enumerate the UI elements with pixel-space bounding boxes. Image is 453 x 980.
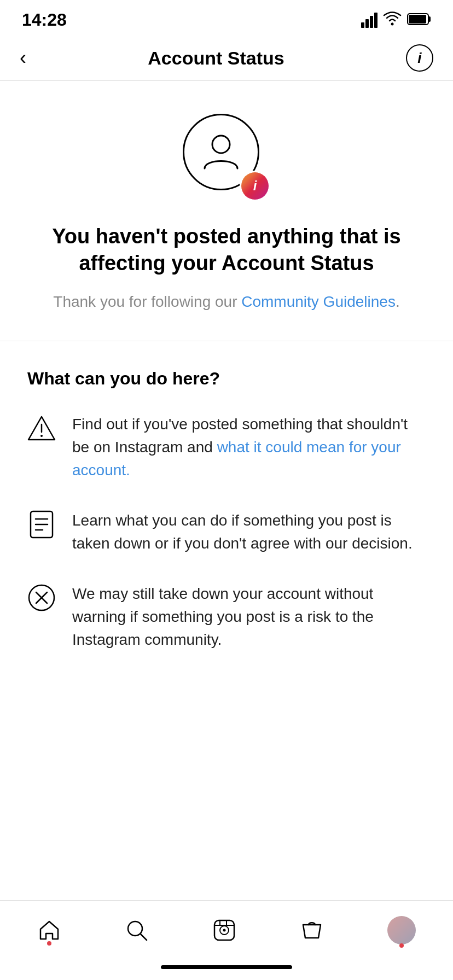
what-title: What can you do here?	[27, 369, 426, 389]
home-indicator	[0, 958, 453, 980]
what-item-document-text: Learn what you can do if something you p…	[72, 509, 426, 555]
nav-item-shop[interactable]	[289, 914, 335, 947]
bottom-nav	[0, 900, 453, 958]
nav-item-profile[interactable]	[376, 912, 427, 949]
document-icon	[27, 510, 56, 539]
status-time: 14:28	[22, 10, 67, 30]
person-icon	[199, 129, 243, 175]
block-icon	[27, 584, 56, 612]
page-title: Account Status	[148, 48, 284, 69]
main-content: i You haven't posted anything that is af…	[0, 81, 453, 900]
info-badge-label: i	[253, 178, 257, 194]
profile-avatar-image	[387, 916, 416, 944]
shop-icon	[300, 918, 324, 942]
info-badge: i	[240, 171, 270, 201]
profile-avatar	[387, 916, 416, 944]
hero-subtitle-suffix: .	[396, 293, 400, 310]
battery-icon	[407, 13, 431, 28]
status-icons	[361, 11, 431, 29]
warning-icon	[27, 414, 56, 442]
hero-title: You haven't posted anything that is affe…	[33, 223, 420, 277]
svg-rect-3	[409, 15, 426, 24]
back-button[interactable]: ‹	[20, 48, 26, 68]
what-item-warning-text: Find out if you've posted something that…	[72, 413, 426, 482]
signal-icon	[361, 13, 378, 28]
home-bar	[161, 965, 292, 969]
svg-rect-2	[428, 16, 431, 22]
home-dot	[47, 941, 51, 946]
svg-point-4	[212, 136, 230, 153]
status-bar: 14:28	[0, 0, 453, 36]
what-section: What can you do here? Find out if you've…	[0, 341, 453, 684]
what-item-block: We may still take down your account with…	[27, 582, 426, 651]
community-guidelines-link[interactable]: Community Guidelines	[241, 293, 396, 310]
avatar-container: i	[183, 114, 270, 201]
search-icon	[125, 918, 149, 942]
wifi-icon	[383, 11, 402, 29]
what-item-warning: Find out if you've posted something that…	[27, 413, 426, 482]
nav-item-home[interactable]	[26, 914, 72, 947]
profile-dot	[399, 943, 404, 948]
svg-point-0	[391, 22, 394, 25]
nav-item-reels[interactable]	[201, 914, 247, 947]
hero-subtitle-prefix: Thank you for following our	[53, 293, 241, 310]
hero-section: i You haven't posted anything that is af…	[0, 81, 453, 341]
info-badge-inner: i	[241, 172, 269, 200]
svg-point-18	[223, 929, 226, 932]
svg-line-15	[141, 934, 147, 940]
what-item-document: Learn what you can do if something you p…	[27, 509, 426, 555]
what-item-block-text: We may still take down your account with…	[72, 582, 426, 651]
account-meaning-link[interactable]: what it could mean for your account.	[72, 439, 401, 479]
reels-icon	[212, 918, 236, 942]
nav-item-search[interactable]	[114, 914, 160, 947]
home-icon	[37, 918, 61, 942]
hero-subtitle: Thank you for following our Community Gu…	[53, 290, 399, 313]
info-button[interactable]: i	[406, 44, 433, 72]
svg-point-6	[40, 435, 43, 437]
nav-header: ‹ Account Status i	[0, 36, 453, 81]
svg-point-14	[128, 921, 142, 936]
